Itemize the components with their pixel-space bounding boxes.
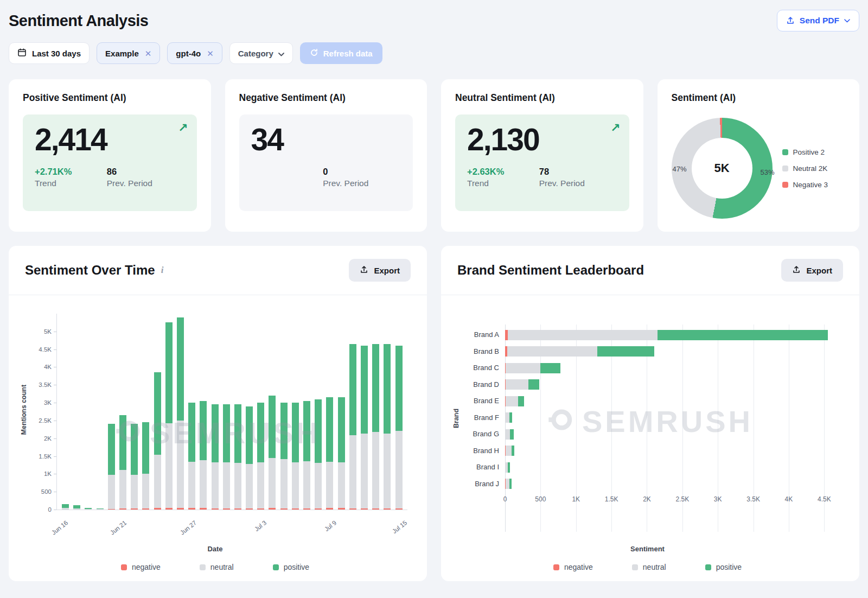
legend-item-neutral[interactable]: neutral: [632, 563, 666, 571]
stacked-bar[interactable]: [505, 396, 842, 406]
stacked-bar[interactable]: [505, 412, 842, 423]
bar-segment-positive[interactable]: [361, 346, 368, 434]
bar-segment-neutral[interactable]: [372, 432, 379, 508]
donut-legend-item[interactable]: Negative 3: [782, 181, 828, 189]
info-icon[interactable]: i: [161, 265, 164, 276]
bar-segment-neutral[interactable]: [303, 461, 310, 508]
bar-segment-positive[interactable]: [257, 403, 264, 462]
bar-segment-neutral[interactable]: [165, 423, 173, 508]
stacked-bar[interactable]: [505, 379, 842, 390]
stacked-bar[interactable]: [505, 462, 842, 473]
bar-segment-neutral[interactable]: [223, 462, 230, 508]
stacked-bar[interactable]: [234, 314, 241, 510]
bar-segment-positive[interactable]: [177, 317, 184, 421]
send-pdf-button[interactable]: Send PDF: [777, 10, 859, 31]
bar-segment-neutral[interactable]: [506, 363, 540, 373]
stacked-bar[interactable]: [303, 314, 310, 510]
stacked-bar[interactable]: [384, 314, 391, 510]
legend-item-positive[interactable]: positive: [273, 563, 309, 571]
stacked-bar[interactable]: [246, 314, 253, 510]
bar-segment-neutral[interactable]: [292, 462, 299, 508]
stacked-bar[interactable]: [269, 314, 276, 510]
bar-segment-positive[interactable]: [510, 429, 514, 440]
donut-legend-item[interactable]: Neutral 2K: [782, 164, 828, 173]
stacked-bar[interactable]: [505, 479, 842, 489]
export-button[interactable]: Export: [781, 259, 843, 282]
stacked-bar[interactable]: [97, 314, 104, 510]
close-icon[interactable]: ✕: [145, 49, 152, 58]
stacked-bar[interactable]: [142, 314, 149, 510]
bar-segment-positive[interactable]: [658, 330, 828, 340]
bar-segment-neutral[interactable]: [154, 455, 161, 508]
bar-segment-neutral[interactable]: [506, 446, 511, 456]
sentiment-donut-chart[interactable]: 47% 53% 5K: [672, 118, 773, 219]
bar-segment-positive[interactable]: [512, 446, 514, 456]
stacked-bar[interactable]: [505, 346, 842, 357]
bar-segment-neutral[interactable]: [507, 346, 597, 357]
bar-segment-neutral[interactable]: [234, 463, 241, 508]
legend-item-negative[interactable]: negative: [121, 563, 161, 571]
bar-segment-positive[interactable]: [62, 504, 69, 508]
stacked-bar[interactable]: [131, 314, 138, 510]
filter-chip-gpt-4o[interactable]: gpt-4o ✕: [167, 42, 222, 64]
stacked-bar[interactable]: [177, 314, 184, 510]
bar-segment-positive[interactable]: [131, 424, 138, 474]
stacked-bar[interactable]: [372, 314, 379, 510]
stacked-bar[interactable]: [280, 314, 288, 510]
bar-segment-positive[interactable]: [384, 344, 391, 434]
bar-segment-neutral[interactable]: [142, 474, 149, 508]
bar-segment-neutral[interactable]: [119, 470, 126, 508]
bar-segment-neutral[interactable]: [395, 431, 403, 508]
stacked-bar[interactable]: [338, 314, 345, 510]
legend-item-neutral[interactable]: neutral: [200, 563, 234, 571]
date-range-selector[interactable]: Last 30 days: [9, 42, 90, 64]
export-button[interactable]: Export: [349, 259, 411, 282]
bar-segment-positive[interactable]: [349, 344, 356, 436]
bar-segment-positive[interactable]: [200, 401, 207, 460]
filter-chip-example[interactable]: Example ✕: [97, 42, 160, 64]
stacked-bar[interactable]: [315, 314, 322, 510]
bar-segment-neutral[interactable]: [361, 434, 368, 508]
bar-segment-neutral[interactable]: [315, 463, 322, 508]
bar-segment-positive[interactable]: [212, 404, 219, 462]
bar-segment-positive[interactable]: [372, 344, 379, 432]
bar-segment-neutral[interactable]: [212, 462, 219, 508]
stacked-bar[interactable]: [505, 330, 842, 340]
bar-segment-neutral[interactable]: [326, 462, 333, 508]
stacked-bar[interactable]: [223, 314, 230, 510]
bar-segment-positive[interactable]: [509, 479, 512, 489]
refresh-data-button[interactable]: Refresh data: [300, 42, 382, 64]
bar-segment-neutral[interactable]: [384, 434, 391, 508]
bar-segment-neutral[interactable]: [188, 462, 195, 508]
bar-segment-neutral[interactable]: [269, 458, 276, 508]
bar-segment-positive[interactable]: [528, 379, 539, 390]
stacked-bar[interactable]: [108, 314, 115, 510]
bar-segment-positive[interactable]: [280, 403, 288, 459]
bar-segment-neutral[interactable]: [200, 460, 207, 508]
stacked-bar[interactable]: [165, 314, 173, 510]
bar-segment-neutral[interactable]: [246, 464, 253, 508]
stacked-bar[interactable]: [292, 314, 299, 510]
donut-legend-item[interactable]: Positive 2: [782, 148, 828, 156]
stacked-bar[interactable]: [188, 314, 195, 510]
stacked-bar[interactable]: [361, 314, 368, 510]
stacked-bar[interactable]: [349, 314, 356, 510]
bar-segment-neutral[interactable]: [131, 475, 138, 508]
stacked-bar[interactable]: [212, 314, 219, 510]
bar-segment-neutral[interactable]: [338, 462, 345, 508]
bar-segment-positive[interactable]: [269, 396, 276, 459]
bar-segment-positive[interactable]: [223, 404, 230, 462]
bar-segment-neutral[interactable]: [280, 459, 288, 508]
bar-segment-neutral[interactable]: [506, 396, 518, 406]
bar-segment-positive[interactable]: [509, 412, 512, 423]
stacked-bar[interactable]: [73, 314, 80, 510]
bar-segment-positive[interactable]: [154, 372, 161, 455]
stacked-bar[interactable]: [505, 363, 842, 373]
stacked-bar[interactable]: [85, 314, 92, 510]
bar-segment-positive[interactable]: [303, 401, 310, 462]
bar-segment-neutral[interactable]: [349, 435, 356, 508]
close-icon[interactable]: ✕: [207, 49, 214, 58]
bar-segment-positive[interactable]: [597, 346, 654, 357]
stacked-bar[interactable]: [326, 314, 333, 510]
stacked-bar[interactable]: [154, 314, 161, 510]
